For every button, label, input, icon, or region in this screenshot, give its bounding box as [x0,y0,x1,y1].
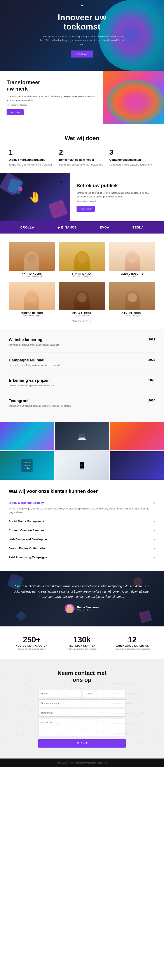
accordion-header-2[interactable]: Social Media Management ∨ [9,520,155,523]
timeline-text-4: Welkom over 10 nieuws getalenteerde prof… [9,404,138,408]
timeline-item-3: Erkenning van prijzen Gebaard als Beste … [9,378,155,393]
transform-section: Transformeer uw merk Lorem hoc sed dolor… [0,71,164,124]
timeline-title-4: Teamgroei [9,399,138,403]
team-name-nat: NAT REYNOLDS [9,272,55,275]
stat-text-2: Merken die met ons samenwerken [59,648,105,650]
service-number-2: 2 [59,148,105,156]
gallery-section: 💻 brandcreativeModule 📱 [0,422,164,480]
timeline-title-1: Website lancering [9,337,138,342]
gallery-img-2: 💻 [55,422,109,450]
testimonial-role: Vicevoorzitter [77,609,99,611]
stats-section: 250+ VOLTOOIDE PROJECTEN Succesvolle cam… [0,627,164,659]
wat-wij-section: Wat wij doen 1 Digitale marketingstrateg… [0,124,164,173]
gallery-item-6 [110,451,164,480]
betrek-section: 🤚 🟣 ✦ Betrek uw publiek Lorem hoc sed do… [0,173,164,221]
avatar-nat-icon [9,242,55,271]
team-member-phoebe: PHOEBE NELSON Advertentiemanager [9,282,55,317]
gallery-img-1 [0,422,54,450]
betrek-star-icon: ✦ [60,180,64,185]
timeline-text-1: We vieren de nieuwe online aanwezigheid … [9,343,138,347]
timeline-year-1: 2021 [142,337,155,341]
gallery-item-4: brandcreativeModule [0,451,54,480]
logo-evga: EVGA [100,226,110,229]
timeline-text-2: Het bereiken van 1 miljoen impressies in… [9,364,138,367]
accordion-header-3[interactable]: Content Creation Services ∨ [9,529,155,532]
team-role-frank: Financieel Directeur [59,275,105,277]
timeline-item-1: Website lancering We vieren de nieuwe on… [9,337,155,352]
transform-content: Transformeer uw merk Lorem hoc sed dolor… [0,71,103,124]
stat-text-1: Succesvolle campagnes geland [9,648,55,650]
team-caption: Afbeelding van Freepik [9,320,155,322]
service-item-3: 3 Contentcreatiediensten Sample text. Cl… [109,148,155,167]
accordion-item-4: Web Design and Development ∨ [9,535,155,544]
hero-title: Innoveer uw toekomst [58,13,106,32]
accordion-item-3: Content Creation Services ∨ [9,526,155,535]
hero-cta-button[interactable]: Ontdek ons [71,51,93,57]
accordion-header-5[interactable]: Search Engine Optimization ∨ [9,547,155,550]
team-role-celia: Kantoormanager [59,314,105,317]
team-avatar-samuel [109,282,155,310]
team-avatar-jennie [109,242,155,271]
hamburger-menu[interactable]: ≡ [81,3,83,8]
accordion-header-6[interactable]: Paid Advertising Campaigns ∨ [9,555,155,559]
timeline-item-4: Teamgroei Welkom over 10 nieuws getalent… [9,399,155,413]
service-text-1: Sample text. Click to select the Text El… [9,163,55,167]
stat-text-3: Jarenlange expertise in digitale innovat… [109,648,155,650]
stat-item-2: 130k TEVREDEN KLANTEN Merken die met ons… [59,635,105,650]
testimonial-quote: "Lorem publicité de lorem est lorem ipsu… [13,584,151,599]
gallery-img-3 [110,422,164,450]
timeline-year-2: 2022 [142,358,155,361]
stat-label-1: VOLTOOIDE PROJECTEN [9,644,55,647]
transform-image [103,71,164,124]
gallery-img-4: brandcreativeModule [0,451,54,480]
transform-title: Transformeer uw merk [6,80,96,92]
betrek-cube-icon: 🟣 [18,186,23,191]
gallery-item-1 [0,422,54,450]
stat-label-3: JARENLANGE EXPERTISE [109,644,155,647]
betrek-btn[interactable]: Lees meer [76,206,95,212]
footer: Gemaakt met Vim | Klik hier om Vim Eleme… [0,759,164,767]
service-item-1: 1 Digitale marketingstrategie Sample tex… [9,148,55,167]
service-name-1: Digitale marketingstrategie [9,158,55,161]
service-text-2: Sample text. Click to select the Text El… [59,163,105,167]
betrek-title: Betrek uw publiek [76,183,158,188]
accordion-title-4: Web Design and Development [9,538,49,541]
services-section: Wat wij voor onze klanten kunnen doen Di… [0,480,164,571]
gallery-img-6 [110,451,164,480]
team-name-phoebe: PHOEBE NELSON [9,312,55,314]
service-name-3: Contentcreatiediensten [109,158,155,161]
accordion-item-1: Digital Marketing Strategy ∨ Dui cha lau… [9,498,155,517]
accordion-chevron-4: ∨ [153,538,155,541]
accordion-content-1: Dui cha laud galeragen, no sea Lorem ips… [9,507,155,514]
testimonial-section: "Lorem publicité de lorem est lorem ipsu… [0,571,164,627]
transform-img-caption: Afbeelding van Freepik [6,104,96,106]
accordion-title-2: Social Media Management [9,520,44,523]
timeline-left-1: Website lancering We vieren de nieuwe on… [9,337,142,347]
accordion-title-5: Search Engine Optimization [9,547,46,550]
timeline-year-4: 2024 [142,399,155,402]
team-avatar-nat [9,242,55,271]
timeline-text-3: Gebaard als Beste Digitale Bureau van he… [9,384,138,387]
accordion-header-1[interactable]: Digital Marketing Strategy ∨ [9,501,155,505]
stat-item-1: 250+ VOLTOOIDE PROJECTEN Succesvolle cam… [9,635,55,650]
logos-section: CROLLA ◆ BINANCE EVGA TESLA [0,221,164,234]
accordion-chevron-6: ∨ [153,555,155,559]
betrek-hand-icon: 🤚 [29,191,41,204]
timeline-title-3: Erkenning van prijzen [9,378,138,383]
accordion-header-4[interactable]: Web Design and Development ∨ [9,538,155,541]
transform-btn[interactable]: Meer info [6,109,24,115]
accordion-chevron-3: ∨ [153,529,155,532]
services-grid: 1 Digitale marketingstrategie Sample tex… [9,148,155,167]
team-member-samuel: SAMUEL SCHOK Verkoopmanager [109,282,155,317]
accordion-chevron-5: ∨ [153,547,155,550]
timeline-section: Website lancering We vieren de nieuwe on… [0,329,164,422]
team-section: NAT REYNOLDS Accountant-accountant FRANK… [0,234,164,329]
logo-binance: ◆ BINANCE [57,226,77,229]
betrek-img-caption: Afbeelding van Freepik [76,200,158,202]
testimonial-author-info: Roxie Swenman Vicevoorzitter [77,606,99,611]
team-role-nat: Accountant-accountant [9,275,55,277]
team-member-celia: CELIA ALMEDA Kantoormanager [59,282,105,317]
wat-wij-title: Wat wij doen [9,135,155,142]
service-text-3: Sample text. Click to select the Text El… [109,163,155,167]
service-number-1: 1 [9,148,55,156]
